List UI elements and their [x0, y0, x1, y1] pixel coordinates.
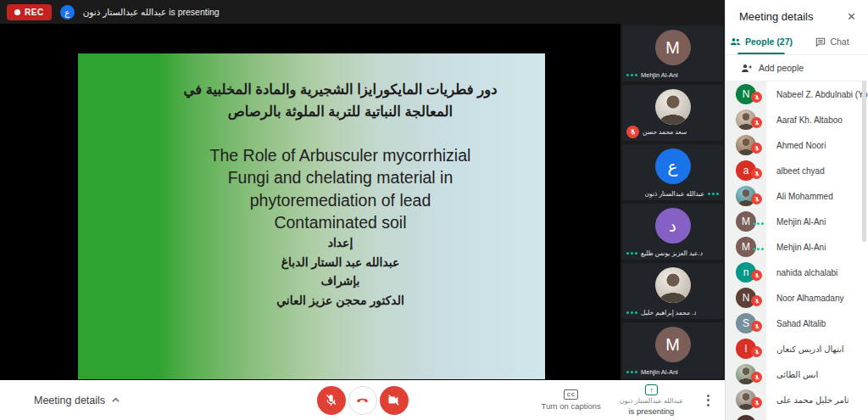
close-icon[interactable]: ✕	[847, 10, 856, 23]
participant-row[interactable]	[726, 412, 868, 420]
participant-row[interactable]: a albeet chyad	[726, 158, 868, 183]
call-controls	[317, 386, 409, 415]
bottom-right-tools: CC Turn on captions ↑ عبدالله عبدالستار …	[541, 384, 715, 416]
panel-header: Meeting details ✕	[726, 0, 868, 30]
recording-badge: REC	[7, 4, 52, 20]
tile-avatar: د	[655, 208, 691, 244]
presenter-avatar: ع	[60, 5, 75, 20]
slide-supervision-label: بإشراف	[320, 272, 359, 290]
participant-name: Ahmed Noori	[776, 141, 826, 150]
tile-participant-name: د.عبد العزيز يونس طليع	[641, 249, 703, 257]
more-options-button[interactable]	[702, 389, 715, 412]
slide-prepared-label: إعداد	[328, 233, 353, 252]
participant-name: ثامر خليل محمد علي	[776, 395, 849, 405]
presenting-status-text: عبدالله عبدالستار ذنون is presenting	[83, 7, 220, 17]
speaking-indicator	[626, 74, 637, 76]
mic-muted-icon	[751, 295, 762, 306]
tile-avatar	[655, 267, 691, 303]
mic-muted-icon	[751, 397, 762, 408]
video-thumbnail-strip: M Mehjin Al-Ani سعد محمد حسن ع عبدالله ع…	[620, 24, 725, 380]
slide-en-line: Contaminated soil	[210, 211, 471, 233]
participant-name: Nabeel Z. Abdulnabi (You)	[776, 90, 868, 99]
participant-row[interactable]: M Mehjin Al-Ani	[726, 234, 868, 260]
participant-row[interactable]: n nahida alchalabi	[726, 260, 868, 285]
add-people-label: Add people	[759, 63, 804, 73]
participant-row[interactable]: انس الطائي	[726, 361, 868, 387]
speaking-indicator	[626, 311, 637, 314]
chat-icon	[815, 37, 826, 47]
mic-muted-icon	[751, 372, 762, 383]
presenting-caption: is presenting	[629, 406, 675, 416]
tile-avatar	[655, 89, 691, 125]
recording-label: REC	[25, 8, 44, 17]
video-tile[interactable]: M Mehjin Al-Ani	[622, 25, 723, 81]
participant-name: Noor Alhamadany	[776, 294, 844, 303]
camera-off-icon	[387, 393, 401, 407]
tile-participant-name: Mehjin Al-Ani	[641, 368, 678, 376]
participant-row[interactable]: Ahmed Noori	[726, 132, 868, 158]
add-people-button[interactable]: Add people	[726, 55, 868, 81]
recording-dot-icon	[14, 9, 20, 15]
video-tile[interactable]: ع عبدالله عبدالستار ذنون	[622, 144, 723, 200]
camera-toggle-button[interactable]	[380, 386, 409, 415]
tile-participant-name: سعد محمد حسن	[643, 128, 687, 136]
tile-avatar: ع	[655, 148, 691, 184]
tab-people[interactable]: People (27)	[726, 30, 797, 54]
people-icon	[730, 37, 741, 46]
speaking-indicator	[626, 371, 637, 373]
participant-name: Aaraf Kh. Altaboo	[776, 115, 843, 125]
video-tile[interactable]: د. محمد إبراهيم خليل	[622, 263, 723, 319]
meeting-details-label: Meeting details	[34, 395, 105, 406]
mic-muted-icon	[751, 117, 762, 128]
participant-avatar	[736, 415, 756, 420]
meet-app: REC ع عبدالله عبدالستار ذنون is presenti…	[0, 0, 868, 420]
participant-row[interactable]: N Nabeel Z. Abdulnabi (You)	[726, 81, 868, 107]
participant-row[interactable]: Ali Mohammed	[726, 183, 868, 209]
tab-chat-label: Chat	[830, 36, 849, 47]
panel-scrollbar[interactable]	[862, 81, 866, 242]
participant-row[interactable]: ثامر خليل محمد علي	[726, 387, 868, 412]
mic-muted-icon	[626, 126, 639, 138]
top-status-bar: REC ع عبدالله عبدالستار ذنون is presenti…	[0, 0, 725, 24]
mic-muted-icon	[751, 193, 762, 204]
speaking-indicator	[753, 248, 764, 250]
presentation-slide: دور فطريات المايكورايزا الشجيرية والمادة…	[78, 53, 545, 379]
mic-muted-icon	[751, 168, 762, 179]
participant-row[interactable]: M Mehjin Al-Ani	[726, 209, 868, 234]
slide-en-line: Fungi and chelating material in	[210, 166, 471, 188]
participant-row[interactable]: N Noor Alhamadany	[726, 285, 868, 311]
participant-row[interactable]: S Sahad Altalib	[726, 311, 868, 336]
participant-name: Mehjin Al-Ani	[776, 217, 826, 227]
video-tile[interactable]: سعد محمد حسن	[622, 85, 723, 141]
participant-name: Mehjin Al-Ani	[776, 243, 826, 252]
mic-muted-icon	[751, 321, 762, 332]
speaking-indicator	[626, 252, 637, 255]
end-call-icon	[355, 393, 370, 407]
tile-participant-name: د. محمد إبراهيم خليل	[641, 309, 696, 316]
video-tile[interactable]: د د.عبد العزيز يونس طليع	[622, 204, 723, 260]
mic-muted-icon	[751, 92, 762, 103]
slide-en-line: phytoremediation of lead	[210, 189, 471, 211]
mic-off-icon	[324, 393, 338, 407]
participant-avatar: M	[736, 237, 756, 257]
slide-english-title: The Role of Arbusculer mycorrhizial Fung…	[210, 144, 471, 233]
present-screen-icon: ↑	[645, 384, 658, 395]
participant-row[interactable]: Aaraf Kh. Altaboo	[726, 107, 868, 132]
captions-button[interactable]: CC Turn on captions	[541, 389, 600, 411]
panel-title: Meeting details	[739, 10, 813, 23]
tab-chat[interactable]: Chat	[797, 30, 868, 54]
video-tile[interactable]: M Mehjin Al-Ani	[622, 322, 723, 378]
speaking-indicator	[753, 222, 764, 225]
participant-row[interactable]: ا ابتهال ادريس كنعان	[726, 336, 868, 361]
meeting-details-toggle[interactable]: Meeting details	[34, 395, 120, 406]
bottom-control-bar: Meeting details	[0, 380, 725, 420]
mic-toggle-button[interactable]	[317, 386, 346, 415]
main-stage: REC ع عبدالله عبدالستار ذنون is presenti…	[0, 0, 725, 380]
slide-supervisor: الدكتور محجن عزيز العاني	[276, 291, 404, 310]
presenting-indicator[interactable]: ↑ عبدالله عبدالستار ذنون is presenting	[620, 384, 683, 416]
participant-avatar: M	[736, 211, 756, 232]
slide-author: عبدالله عبد الستار الدباغ	[281, 253, 400, 272]
participant-list: N Nabeel Z. Abdulnabi (You) Aaraf Kh. Al…	[726, 81, 868, 420]
end-call-button[interactable]	[348, 386, 377, 415]
mic-muted-icon	[751, 270, 762, 281]
